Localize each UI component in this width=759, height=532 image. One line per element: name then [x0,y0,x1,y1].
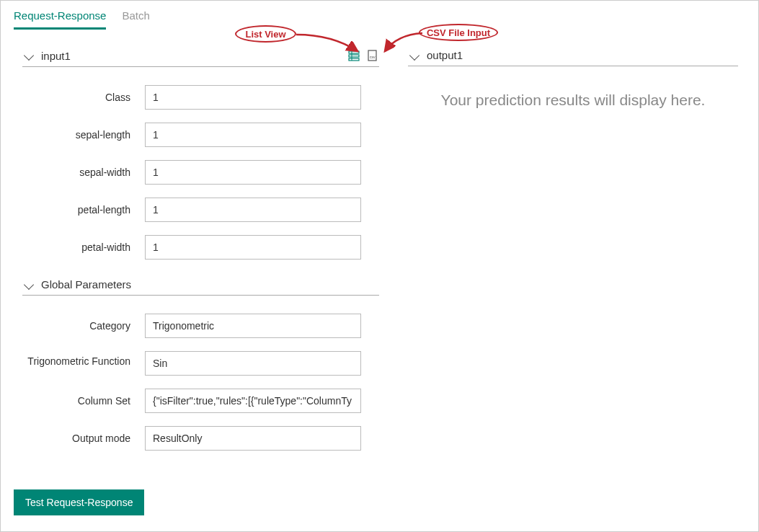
label-petal-length: petal-length [22,204,145,216]
global-params-title: Global Parameters [41,278,131,291]
field-petal-length: petal-length [22,198,379,222]
input-column-set[interactable] [145,389,361,413]
annotation-arrow-left [293,31,365,60]
tabs-bar: Request-Response Batch [1,1,758,30]
chevron-down-icon [24,50,34,61]
label-output-mode: Output mode [22,433,145,444]
global-fields: Category Trigonometric Function Column S… [22,314,379,451]
label-class: Class [22,92,145,103]
field-category: Category [22,314,379,338]
label-petal-width: petal-width [22,241,145,253]
field-class: Class [22,85,379,110]
input-sepal-length[interactable] [145,123,361,147]
annotation-csv-input: CSV File Input [419,24,498,41]
label-sepal-width: sepal-width [22,167,145,178]
input-sepal-width[interactable] [145,160,361,185]
field-petal-width: petal-width [22,235,379,260]
input-category[interactable] [145,314,361,338]
field-sepal-length: sepal-length [22,123,379,147]
input-class[interactable] [145,85,361,110]
global-params-header[interactable]: Global Parameters [22,274,379,296]
label-category: Category [22,320,145,332]
input-petal-length[interactable] [145,198,361,222]
tab-batch[interactable]: Batch [122,5,149,30]
svg-text:csv: csv [370,55,376,59]
input-trig-function[interactable] [145,351,361,376]
output-section-header[interactable]: output1 [408,45,738,66]
input-petal-width[interactable] [145,235,361,260]
input-fields: Class sepal-length sepal-width petal-len… [22,85,379,260]
field-column-set: Column Set [22,389,379,413]
annotation-arrow-right [379,31,430,60]
output-section-title: output1 [427,49,463,61]
chevron-down-icon [24,279,34,289]
field-trig-function: Trigonometric Function [22,351,379,376]
field-output-mode: Output mode [22,426,379,451]
csv-file-icon[interactable]: csv [366,49,379,62]
field-sepal-width: sepal-width [22,160,379,185]
input-output-mode[interactable] [145,426,361,451]
label-sepal-length: sepal-length [22,129,145,141]
label-column-set: Column Set [22,395,145,407]
test-request-response-button[interactable]: Test Request-Response [14,489,144,515]
label-trig-function: Trigonometric Function [22,351,145,367]
annotation-list-view: List View [235,25,296,43]
input-section-title: input1 [41,50,71,62]
tab-request-response[interactable]: Request-Response [14,5,106,30]
output-placeholder: Your prediction results will display her… [408,88,738,109]
